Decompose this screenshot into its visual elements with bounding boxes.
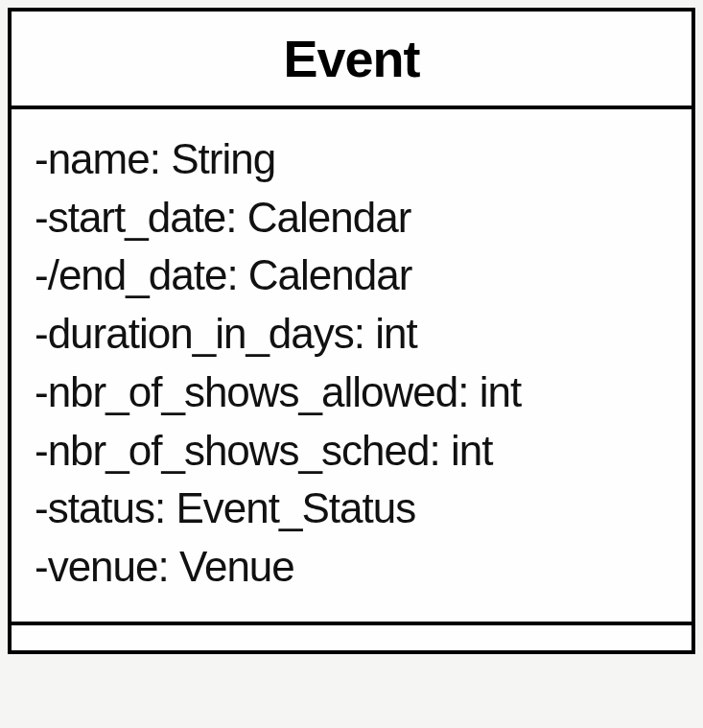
attribute-line: -nbr_of_shows_allowed: int [35, 364, 668, 422]
operations-compartment [12, 625, 691, 650]
attribute-line: -nbr_of_shows_sched: int [35, 422, 668, 481]
uml-class-box: Event -name: String -start_date: Calenda… [8, 8, 695, 654]
class-name-compartment: Event [12, 12, 691, 109]
attribute-line: -name: String [35, 130, 668, 189]
attribute-line: -/end_date: Calendar [35, 247, 668, 305]
attributes-compartment: -name: String -start_date: Calendar -/en… [12, 109, 691, 625]
attribute-line: -status: Event_Status [35, 480, 668, 538]
attribute-line: -venue: Venue [35, 538, 668, 597]
class-name: Event [21, 29, 682, 88]
attribute-line: -duration_in_days: int [35, 305, 668, 364]
attribute-line: -start_date: Calendar [35, 189, 668, 247]
